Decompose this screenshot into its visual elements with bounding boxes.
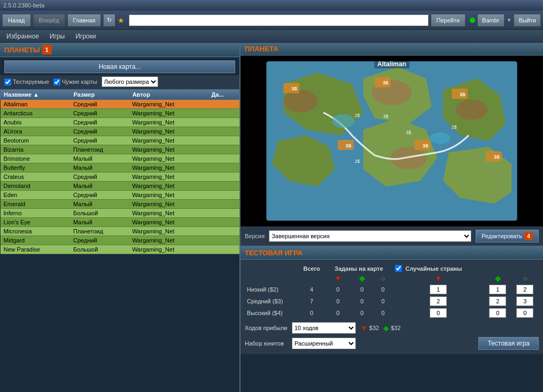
tg-cell-input[interactable] bbox=[393, 295, 484, 307]
tg-input[interactable] bbox=[516, 296, 533, 306]
version-select[interactable]: Завершенная версияБета версия bbox=[269, 230, 471, 242]
table-row[interactable]: DemolandМалыйWargaming_Net bbox=[1, 182, 239, 191]
planet-cell-author: Wargaming_Net bbox=[129, 145, 208, 154]
user-dropdown-arrow[interactable]: ▼ bbox=[507, 17, 512, 23]
table-row[interactable]: AntarcticusСреднийWargaming_Net bbox=[1, 109, 239, 118]
col-da[interactable]: Да... bbox=[208, 90, 239, 100]
table-row[interactable]: BeotorumСреднийWargaming_Net bbox=[1, 136, 239, 145]
menu-players[interactable]: Игроки bbox=[73, 32, 98, 41]
testable-checkbox[interactable] bbox=[4, 79, 11, 85]
menu-games[interactable]: Игры bbox=[48, 32, 67, 41]
svg-text:3$: 3$ bbox=[460, 91, 466, 97]
tg-input[interactable] bbox=[516, 285, 533, 294]
table-row[interactable]: AltalimanСреднийWargaming_Net bbox=[1, 100, 239, 109]
planet-cell-author: Wargaming_Net bbox=[129, 118, 208, 127]
svg-text:3$: 3$ bbox=[423, 143, 429, 148]
planet-cell-extra bbox=[208, 109, 239, 118]
tg-cell-input[interactable] bbox=[484, 295, 511, 307]
others-checkbox[interactable] bbox=[53, 79, 60, 85]
tg-input[interactable] bbox=[489, 308, 506, 318]
tg-cell-input[interactable] bbox=[393, 307, 484, 319]
go-button[interactable]: Перейти bbox=[431, 14, 466, 27]
planet-name-label: Altaliman bbox=[374, 60, 409, 68]
table-row[interactable]: MidgardСреднийWargaming_Net bbox=[1, 236, 239, 245]
tg-cell-input[interactable] bbox=[484, 307, 511, 319]
table-row[interactable]: BrimstoneМалыйWargaming_Net bbox=[1, 154, 239, 163]
tg-cell-input[interactable] bbox=[511, 284, 539, 295]
tg-input[interactable] bbox=[489, 285, 506, 294]
table-row[interactable]: MicronesiaПланетоидWargaming_Net bbox=[1, 227, 239, 236]
svg-text:2$: 2$ bbox=[355, 159, 360, 164]
tg-cell: 0 bbox=[298, 307, 325, 319]
planet-cell-name: Antarcticus bbox=[1, 109, 71, 118]
money-green-value: $32 bbox=[391, 325, 400, 331]
table-row[interactable]: CrateusСреднийWargaming_Net bbox=[1, 173, 239, 182]
planet-cell-extra bbox=[208, 100, 239, 109]
planets-tbody: AltalimanСреднийWargaming_NetAntarcticus… bbox=[1, 100, 239, 254]
tg-cell: Высокий ($4) bbox=[245, 307, 298, 319]
titlebar: 2.5.0.2380-beta bbox=[0, 0, 543, 11]
tg-input[interactable] bbox=[430, 296, 447, 306]
tg-input[interactable] bbox=[489, 296, 506, 306]
tg-cell-input[interactable] bbox=[484, 284, 511, 295]
menu-favorites[interactable]: Избранное bbox=[4, 32, 41, 41]
tg-subh-red: ▼ bbox=[325, 273, 351, 284]
tg-subh-empty bbox=[245, 273, 298, 284]
tg-input[interactable] bbox=[430, 308, 447, 318]
col-author[interactable]: Автор bbox=[129, 90, 208, 100]
test-game-button[interactable]: Тестовая игра bbox=[478, 337, 539, 350]
table-row[interactable]: New ParadiseБольшойWargaming_Net bbox=[1, 245, 239, 254]
money-red: ▼ $32 bbox=[360, 324, 379, 332]
table-row[interactable]: EmeraldМалыйWargaming_Net bbox=[1, 200, 239, 209]
address-bar[interactable]: http://massiveassaultnetwork.com/man3/pl… bbox=[129, 14, 428, 26]
units-select[interactable]: РасширенныйБазовый bbox=[292, 338, 356, 349]
table-row[interactable]: AUroraСреднийWargaming_Net bbox=[1, 127, 239, 136]
tg-cell: 7 bbox=[298, 295, 325, 307]
tg-col-onmap: Заданы на карте bbox=[325, 264, 392, 273]
planets-table-container[interactable]: Название ▲ Размер Автор Да... AltalimanС… bbox=[0, 89, 239, 392]
back-button[interactable]: Назад bbox=[2, 14, 31, 27]
tg-cell-input[interactable] bbox=[393, 284, 484, 295]
app-title: 2.5.0.2380-beta bbox=[3, 2, 44, 9]
col-size[interactable]: Размер bbox=[70, 90, 129, 100]
tg-subh-total bbox=[298, 273, 325, 284]
table-row[interactable]: EdenСреднийWargaming_Net bbox=[1, 191, 239, 200]
planet-cell-name: Altaliman bbox=[1, 100, 71, 109]
tg-cell-input[interactable] bbox=[511, 307, 539, 319]
edit-button[interactable]: Редактировать 4 bbox=[476, 230, 539, 242]
planet-cell-name: Inferno bbox=[1, 209, 71, 218]
star-icon: ★ bbox=[118, 16, 125, 25]
planet-cell-author: Wargaming_Net bbox=[129, 218, 208, 227]
testgame-content: Всего Заданы на карте Случайные страны ▼ bbox=[241, 260, 543, 354]
planet-cell-name: Demoland bbox=[1, 182, 71, 191]
home-button[interactable]: Главная bbox=[67, 14, 102, 27]
tg-row: Высокий ($4)0000 bbox=[245, 307, 539, 319]
size-filter-select[interactable]: Любого размераМалыйСреднийБольшойПлането… bbox=[102, 76, 158, 87]
svg-text:3$: 3$ bbox=[494, 154, 500, 160]
planets-panel-header: ПЛАНЕТЫ 1 bbox=[0, 43, 239, 57]
user-button[interactable]: Bambr bbox=[477, 14, 504, 27]
table-row[interactable]: BizarriaПланетоидWargaming_Net bbox=[1, 145, 239, 154]
table-row[interactable]: AnubisСреднийWargaming_Net bbox=[1, 118, 239, 127]
planet-cell-author: Wargaming_Net bbox=[129, 227, 208, 236]
forward-button[interactable]: Вперёд bbox=[33, 14, 65, 27]
random-checkbox[interactable] bbox=[395, 265, 402, 272]
tg-subh-r-gray: ○ bbox=[511, 273, 539, 284]
new-map-button[interactable]: Новая карта... bbox=[4, 60, 235, 73]
tg-col-random: Случайные страны bbox=[393, 264, 484, 273]
tg-input[interactable] bbox=[430, 285, 447, 294]
logout-button[interactable]: Выйти bbox=[514, 14, 541, 27]
tg-input[interactable] bbox=[516, 308, 533, 318]
svg-text:3$: 3$ bbox=[406, 130, 412, 135]
testgame-title: ТЕСТОВАЯ ИГРА bbox=[245, 249, 302, 257]
col-name[interactable]: Название ▲ bbox=[1, 90, 71, 100]
money-green: ◆ $32 bbox=[383, 324, 400, 332]
table-row[interactable]: InfernoБольшойWargaming_Net bbox=[1, 209, 239, 218]
planet-cell-size: Планетоид bbox=[70, 145, 129, 154]
table-row[interactable]: ButterflyМалыйWargaming_Net bbox=[1, 163, 239, 173]
tg-cell-input[interactable] bbox=[511, 295, 539, 307]
moves-select[interactable]: 10 ходов5 ходов15 ходов20 ходов bbox=[292, 322, 356, 334]
refresh-button[interactable]: ↻ bbox=[103, 14, 115, 27]
table-row[interactable]: Lion's EyeМалыйWargaming_Net bbox=[1, 218, 239, 227]
planet-preview-area: Altaliman bbox=[241, 56, 543, 226]
